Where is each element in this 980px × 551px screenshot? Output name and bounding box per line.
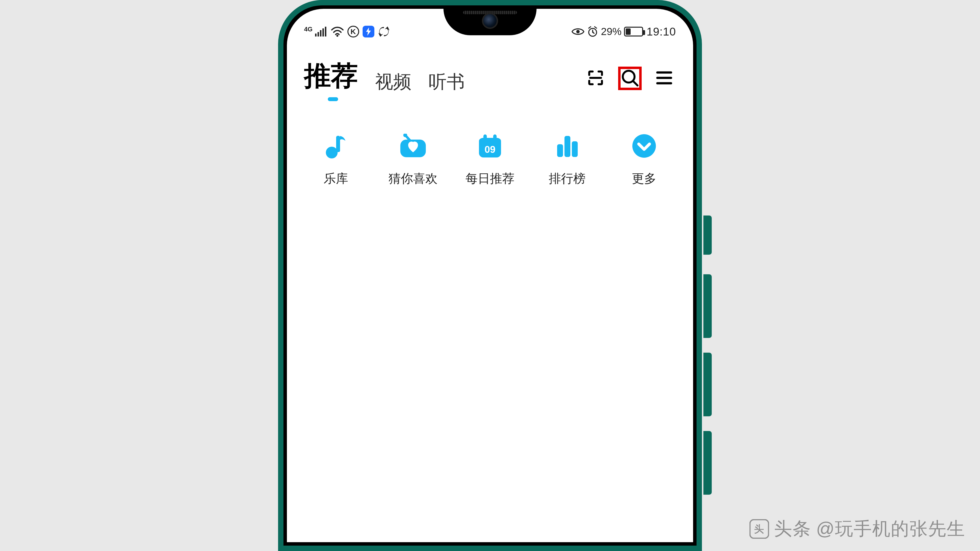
lightning-badge-icon bbox=[363, 26, 374, 38]
search-button[interactable] bbox=[618, 67, 642, 90]
category-rankings[interactable]: 排行榜 bbox=[538, 131, 597, 187]
k-badge-label: K bbox=[351, 27, 356, 36]
phone-frame: 4G K bbox=[278, 0, 702, 551]
tab-audiobook[interactable]: 听书 bbox=[428, 70, 465, 99]
category-label: 猜你喜欢 bbox=[388, 170, 438, 187]
sync-icon bbox=[378, 25, 390, 38]
calendar-day-label: 09 bbox=[485, 144, 496, 155]
scan-icon bbox=[587, 69, 605, 88]
svg-rect-0 bbox=[315, 33, 317, 37]
phone-screen: 4G K bbox=[287, 9, 693, 542]
tab-recommend[interactable]: 推荐 bbox=[304, 58, 358, 99]
tab-video[interactable]: 视频 bbox=[375, 70, 411, 99]
battery-icon bbox=[624, 27, 643, 37]
tab-label: 推荐 bbox=[304, 60, 358, 91]
svg-rect-19 bbox=[479, 138, 501, 144]
svg-rect-23 bbox=[565, 136, 570, 157]
svg-text:头: 头 bbox=[754, 524, 764, 534]
bar-chart-icon bbox=[552, 131, 582, 160]
menu-icon bbox=[656, 70, 673, 86]
svg-point-14 bbox=[326, 147, 337, 159]
tab-label: 视频 bbox=[375, 71, 411, 92]
svg-rect-15 bbox=[336, 136, 340, 152]
status-left: 4G K bbox=[304, 25, 390, 38]
category-guess-you-like[interactable]: 猜你喜欢 bbox=[384, 131, 442, 187]
wifi-icon bbox=[331, 27, 344, 37]
side-button bbox=[703, 216, 712, 255]
clock-label: 19:10 bbox=[647, 25, 676, 38]
svg-rect-20 bbox=[484, 135, 487, 141]
top-actions bbox=[584, 67, 676, 90]
svg-rect-22 bbox=[557, 144, 563, 157]
tab-list: 推荐 视频 听书 bbox=[304, 58, 465, 99]
toutiao-logo-icon: 头 bbox=[749, 519, 769, 539]
watermark-handle: @玩手机的张先生 bbox=[816, 517, 965, 541]
side-button bbox=[703, 431, 712, 495]
front-camera bbox=[482, 13, 498, 29]
status-right: 29% 19:10 bbox=[571, 25, 676, 38]
phone-speaker bbox=[463, 11, 517, 14]
tab-label: 听书 bbox=[428, 71, 465, 92]
svg-line-10 bbox=[633, 81, 638, 86]
alarm-icon bbox=[587, 26, 598, 38]
svg-rect-3 bbox=[323, 29, 324, 37]
menu-button[interactable] bbox=[652, 67, 676, 90]
category-label: 排行榜 bbox=[549, 170, 585, 187]
svg-point-25 bbox=[632, 134, 656, 158]
battery-percent-label: 29% bbox=[601, 26, 622, 38]
category-music-library[interactable]: 乐库 bbox=[307, 131, 365, 187]
radio-heart-icon bbox=[398, 131, 428, 160]
k-badge-icon: K bbox=[347, 26, 359, 38]
top-bar: 推荐 视频 听书 bbox=[287, 58, 693, 99]
signal-icon bbox=[315, 27, 327, 37]
svg-point-5 bbox=[336, 35, 338, 37]
svg-point-6 bbox=[576, 30, 580, 33]
more-circle-icon bbox=[629, 131, 659, 160]
category-more[interactable]: 更多 bbox=[615, 131, 673, 187]
side-button bbox=[703, 353, 712, 416]
svg-rect-4 bbox=[325, 27, 326, 37]
svg-rect-21 bbox=[493, 135, 496, 141]
category-row: 乐库 猜你喜欢 09 每日推荐 bbox=[287, 131, 693, 187]
category-label: 更多 bbox=[632, 170, 656, 187]
network-type-label: 4G bbox=[304, 25, 313, 33]
watermark: 头 头条 @玩手机的张先生 bbox=[749, 517, 965, 541]
svg-rect-1 bbox=[318, 32, 319, 37]
watermark-prefix: 头条 bbox=[774, 517, 811, 541]
svg-rect-2 bbox=[320, 30, 321, 37]
calendar-icon: 09 bbox=[475, 131, 505, 160]
category-daily-recommend[interactable]: 09 每日推荐 bbox=[461, 131, 519, 187]
music-note-icon bbox=[321, 131, 351, 160]
scan-button[interactable] bbox=[584, 67, 607, 90]
svg-rect-24 bbox=[572, 141, 578, 157]
search-icon bbox=[620, 68, 640, 88]
category-label: 乐库 bbox=[324, 170, 348, 187]
category-label: 每日推荐 bbox=[466, 170, 514, 187]
eye-icon bbox=[571, 27, 584, 36]
side-button bbox=[703, 274, 712, 338]
